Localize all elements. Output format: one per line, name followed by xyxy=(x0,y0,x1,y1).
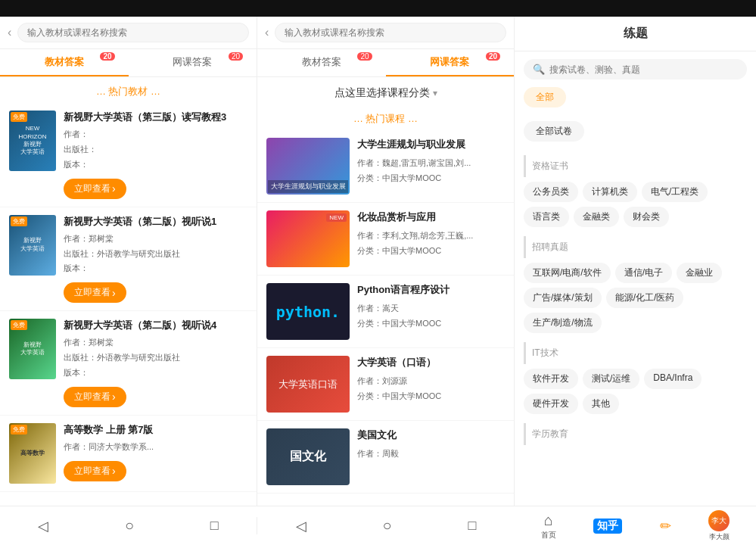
list-item: 大学生涯规划与职业发展 大学生涯规划与职业发展 作者：魏超,雷五明,谢宝国,刘.… xyxy=(257,130,514,203)
right-bottom-nav: ⌂ 首页 知乎 ✏ 李大 李大颜 xyxy=(515,506,756,545)
left-search-bar: ‹ xyxy=(0,17,257,49)
tab-online-course-answers-left[interactable]: 网课答案 20 xyxy=(129,49,257,76)
cat-tag-manufacturing[interactable]: 生产/制造/物流 xyxy=(524,313,602,333)
middle-tabs: 教材答案 20 网课答案 20 xyxy=(257,49,514,77)
cat-tags-it: 软件开发 测试/运维 DBA/Infra 硬件开发 其他 xyxy=(524,369,747,414)
textbook-cover-4: 免费 高等数学 xyxy=(9,423,56,484)
nav-home-label: 首页 xyxy=(541,530,556,540)
nav-home[interactable]: ⌂ 首页 xyxy=(541,512,556,540)
left-bottom-nav: ◁ ○ □ xyxy=(0,517,257,534)
middle-panel: ‹ 教材答案 20 网课答案 20 点这里选择课程分类 ▾ … 热门课程 … 大… xyxy=(257,17,515,545)
course-thumb-4: 大学英语口语 xyxy=(266,356,350,413)
middle-back-button[interactable]: ‹ xyxy=(265,26,269,39)
textbook-info-1: 新视野大学英语（第三版）读写教程3 作者： 出版社： 版本： 立即查看 xyxy=(64,111,247,199)
right-search-input[interactable] xyxy=(549,64,738,75)
category-all-sub-row: 全部试卷 xyxy=(524,121,747,146)
list-item: 国文化 美国文化 作者：周毅 xyxy=(257,421,514,494)
nav-user-label: 李大颜 xyxy=(709,532,730,542)
category-recruit-row: 招聘真题 互联网/电商/软件 通信/电子 金融业 广告/媒体/策划 能源/化工/… xyxy=(524,236,747,333)
middle-nav-home-icon[interactable]: ○ xyxy=(383,517,392,534)
main-area: ‹ 教材答案 20 网课答案 20 … 热门教材 … 免费 NEWHORIZON… xyxy=(0,17,756,545)
tab-textbook-answers-middle[interactable]: 教材答案 20 xyxy=(257,49,386,76)
cat-header-cert: 资格证书 xyxy=(524,155,747,177)
zhihu-logo: 知乎 xyxy=(593,519,622,534)
course-info-3: Python语言程序设计 作者：嵩天 分类：中国大学MOOC xyxy=(357,283,505,332)
category-section: 全部 全部试卷 资格证书 公务员类 计算机类 电气/工程类 语言类 金融类 财会… xyxy=(515,87,756,506)
tab-textbook-answers-left[interactable]: 教材答案 20 xyxy=(0,49,129,76)
cat-tag-all-papers[interactable]: 全部试卷 xyxy=(524,121,584,142)
cat-tag-telecom[interactable]: 通信/电子 xyxy=(615,263,672,283)
textbook-list: 免费 NEWHORIZON新视野大学英语 新视野大学英语（第三版）读写教程3 作… xyxy=(0,103,257,545)
check-button-1[interactable]: 立即查看 xyxy=(64,179,126,199)
cat-tag-dba[interactable]: DBA/Infra xyxy=(644,369,702,389)
course-thumb-1: 大学生涯规划与职业发展 xyxy=(266,138,350,195)
course-list: 大学生涯规划与职业发展 大学生涯规划与职业发展 作者：魏超,雷五明,谢宝国,刘.… xyxy=(257,130,514,545)
avatar: 李大 xyxy=(708,510,730,531)
cat-header-recruit: 招聘真题 xyxy=(524,236,747,258)
cat-tag-energy[interactable]: 能源/化工/医药 xyxy=(606,288,684,308)
middle-nav-back-icon[interactable]: ◁ xyxy=(296,518,306,534)
cat-tag-other[interactable]: 其他 xyxy=(583,394,619,414)
cat-tag-computer[interactable]: 计算机类 xyxy=(583,182,637,202)
home-icon: ⌂ xyxy=(544,512,553,529)
course-thumb-5: 国文化 xyxy=(266,428,350,485)
textbook-info-3: 新视野大学英语（第二版）视听说4 作者：郑树棠 出版社：外语教学与研究出版社 版… xyxy=(64,319,247,407)
textbook-cover-3: 免费 新视野大学英语 xyxy=(9,319,56,379)
check-button-4[interactable]: 立即查看 xyxy=(64,461,126,481)
cat-tag-electrical[interactable]: 电气/工程类 xyxy=(642,182,708,202)
right-search-bar: 🔍 xyxy=(524,59,747,79)
left-nav-square-icon[interactable]: □ xyxy=(210,518,219,534)
textbook-info-2: 新视野大学英语（第二版）视听说1 作者：郑树棠 出版社：外语教学与研究出版社 版… xyxy=(64,215,247,304)
course-info-1: 大学生涯规划与职业发展 作者：魏超,雷五明,谢宝国,刘... 分类：中国大学MO… xyxy=(357,138,505,186)
check-button-2[interactable]: 立即查看 xyxy=(64,282,126,303)
table-row: 免费 新视野大学英语 新视野大学英语（第二版）视听说4 作者：郑树棠 出版社：外… xyxy=(0,311,257,416)
cat-tag-civil-servant[interactable]: 公务员类 xyxy=(524,182,578,202)
nav-edit[interactable]: ✏ xyxy=(660,518,671,534)
category-edu-row: 学历教育 xyxy=(524,423,747,445)
course-info-5: 美国文化 作者：周毅 xyxy=(357,428,505,462)
cat-tag-test-ops[interactable]: 测试/运维 xyxy=(583,369,639,389)
cat-tag-finance[interactable]: 金融类 xyxy=(574,207,619,227)
right-panel: 练题 🔍 全部 全部试卷 资格证书 公务员类 计算机类 电气/工程类 语言类 xyxy=(515,17,756,545)
cat-tag-hardware[interactable]: 硬件开发 xyxy=(524,394,578,414)
nav-zhihu[interactable]: 知乎 xyxy=(593,519,622,534)
course-filter-button[interactable]: 点这里选择课程分类 ▾ xyxy=(257,77,514,104)
course-info-2: 化妆品赏析与应用 作者：李利,文翔,胡念芳,王巍,... 分类：中国大学MOOC xyxy=(357,210,505,259)
cat-tag-software-dev[interactable]: 软件开发 xyxy=(524,369,578,389)
tab-online-course-answers-middle[interactable]: 网课答案 20 xyxy=(386,49,515,76)
table-row: 免费 新视野大学英语 新视野大学英语（第二版）视听说1 作者：郑树棠 出版社：外… xyxy=(0,207,257,312)
cat-tag-all[interactable]: 全部 xyxy=(524,87,566,107)
cat-tag-advertising[interactable]: 广告/媒体/策划 xyxy=(524,288,602,308)
list-item: 大学英语口语 大学英语（口语） 作者：刘源源 分类：中国大学MOOC xyxy=(257,348,514,421)
right-search-icon: 🔍 xyxy=(533,64,545,75)
middle-search-input[interactable] xyxy=(275,23,506,42)
cat-tag-finance-industry[interactable]: 金融业 xyxy=(677,263,722,283)
course-info-4: 大学英语（口语） 作者：刘源源 分类：中国大学MOOC xyxy=(357,356,505,404)
right-panel-title: 练题 xyxy=(515,17,756,51)
cat-tag-language[interactable]: 语言类 xyxy=(524,207,569,227)
left-nav-back-icon[interactable]: ◁ xyxy=(38,518,48,534)
cat-header-edu: 学历教育 xyxy=(524,423,747,445)
course-thumb-2: NEW xyxy=(266,210,350,267)
cat-tags-recruit: 互联网/电商/软件 通信/电子 金融业 广告/媒体/策划 能源/化工/医药 生产… xyxy=(524,263,747,333)
textbook-info-4: 高等数学 上册 第7版 作者：同济大学数学系... 立即查看 xyxy=(64,423,247,481)
textbook-cover-1: 免费 NEWHORIZON新视野大学英语 xyxy=(9,111,56,171)
cat-tag-internet[interactable]: 互联网/电商/软件 xyxy=(524,263,611,283)
list-item: python. Python语言程序设计 作者：嵩天 分类：中国大学MOOC xyxy=(257,276,514,348)
left-middle-bottom-nav: ◁ ○ □ ◁ ○ □ xyxy=(0,506,515,545)
check-button-3[interactable]: 立即查看 xyxy=(64,387,126,407)
edit-icon: ✏ xyxy=(660,518,671,534)
left-nav-home-icon[interactable]: ○ xyxy=(125,517,134,534)
cat-tag-accounting[interactable]: 财会类 xyxy=(624,207,669,227)
middle-nav-square-icon[interactable]: □ xyxy=(468,518,477,534)
course-thumb-3: python. xyxy=(266,283,350,340)
table-row: 免费 高等数学 高等数学 上册 第7版 作者：同济大学数学系... 立即查看 xyxy=(0,416,257,492)
middle-search-bar: ‹ xyxy=(257,17,514,49)
category-cert-row: 资格证书 公务员类 计算机类 电气/工程类 语言类 金融类 财会类 xyxy=(524,155,747,227)
category-all-row: 全部 xyxy=(524,87,747,112)
left-search-input[interactable] xyxy=(17,23,249,42)
top-bar xyxy=(0,0,756,17)
nav-user[interactable]: 李大 李大颜 xyxy=(708,510,730,542)
filter-arrow-icon: ▾ xyxy=(433,88,437,98)
left-back-button[interactable]: ‹ xyxy=(8,26,11,39)
